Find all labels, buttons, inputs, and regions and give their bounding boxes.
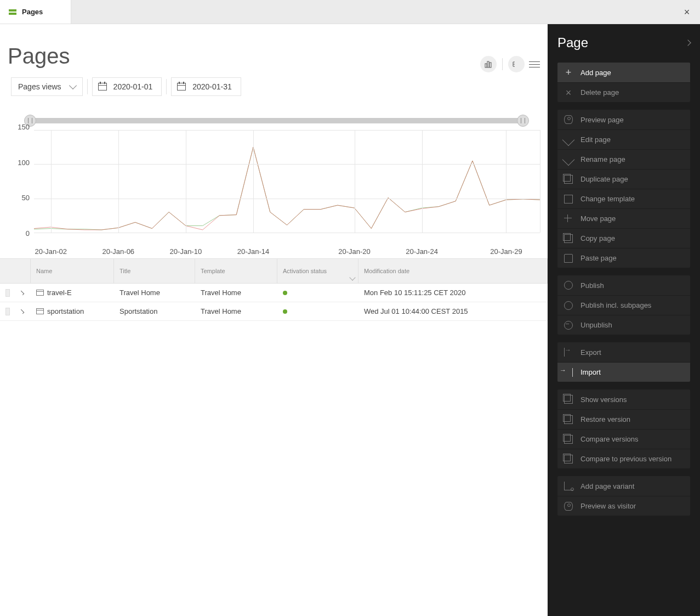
- action-move[interactable]: Move page: [557, 208, 690, 228]
- y-tick: 100: [18, 158, 30, 166]
- action-publishsub[interactable]: Publish incl. subpages: [557, 295, 690, 315]
- action-label: Compare to previous version: [581, 455, 671, 463]
- date-to-input[interactable]: 2020-01-31: [171, 77, 241, 96]
- import-icon: [564, 368, 573, 377]
- action-unpublish[interactable]: Unpublish: [557, 315, 690, 335]
- compareprev-icon: [564, 455, 573, 464]
- action-delete[interactable]: Delete page: [557, 82, 690, 102]
- divider: [502, 58, 503, 70]
- chevron-right-icon[interactable]: [685, 39, 691, 46]
- action-label: Duplicate page: [581, 175, 628, 183]
- x-tick: 20-Jan-02: [35, 247, 67, 256]
- header-template[interactable]: Template: [195, 259, 277, 283]
- edit-icon: [562, 133, 575, 146]
- preview-icon: [564, 115, 573, 124]
- range-slider[interactable]: [26, 115, 527, 126]
- duplicate-icon: [564, 175, 573, 184]
- x-tick: 20-Jan-20: [338, 247, 371, 256]
- calendar-icon: [98, 83, 107, 91]
- unpublish-icon: [564, 321, 573, 330]
- view-bar-chart-button[interactable]: [480, 56, 497, 72]
- hamburger-line-icon: [529, 61, 540, 62]
- view-list-button[interactable]: [529, 59, 540, 70]
- action-label: Move page: [581, 214, 616, 223]
- close-icon: ×: [684, 7, 690, 18]
- row-checkbox[interactable]: [5, 289, 10, 297]
- page-title: Pages: [0, 24, 548, 77]
- row-modification: Wed Jul 01 10:44:00 CEST 2015: [358, 307, 548, 315]
- x-tick: 20-Jan-24: [406, 247, 438, 256]
- action-label: Preview as visitor: [581, 502, 636, 510]
- action-label: Import: [581, 368, 601, 376]
- action-export[interactable]: Export: [557, 342, 690, 362]
- bar-chart-icon: [485, 60, 492, 68]
- action-publish[interactable]: Publish: [557, 275, 690, 295]
- action-paste[interactable]: Paste page: [557, 248, 690, 268]
- action-label: Preview page: [581, 116, 624, 124]
- expand-icon[interactable]: [19, 309, 24, 314]
- svg-rect-0: [485, 64, 487, 67]
- expand-icon[interactable]: [19, 290, 24, 295]
- publishsub-icon: [564, 301, 573, 310]
- action-label: Delete page: [581, 88, 619, 97]
- calendar-icon: [177, 83, 186, 91]
- action-restorever[interactable]: Restore version: [557, 409, 690, 429]
- header-title[interactable]: Title: [114, 259, 195, 283]
- action-label: Edit page: [581, 135, 611, 144]
- action-label: Add page variant: [581, 482, 634, 490]
- y-tick: 150: [18, 123, 30, 131]
- tab-pages[interactable]: Pages: [0, 0, 71, 24]
- action-add[interactable]: Add page: [557, 63, 690, 82]
- pages-table: Name Title Template Activation status Mo…: [0, 258, 548, 321]
- action-duplicate[interactable]: Duplicate page: [557, 169, 690, 189]
- date-from-value: 2020-01-01: [113, 82, 153, 91]
- status-dot-icon: [283, 309, 287, 314]
- tree-icon: [513, 60, 520, 68]
- view-tree-button[interactable]: [508, 56, 525, 72]
- y-tick: 50: [22, 194, 30, 202]
- chevron-down-icon: [69, 82, 77, 89]
- action-rename[interactable]: Rename page: [557, 149, 690, 169]
- action-label: Show versions: [581, 395, 627, 404]
- header-modification[interactable]: Modification date: [358, 259, 548, 283]
- svg-rect-1: [487, 61, 489, 67]
- action-label: Paste page: [581, 254, 617, 262]
- x-tick: 20-Jan-10: [170, 247, 202, 256]
- header-name[interactable]: Name: [31, 259, 114, 283]
- action-preview[interactable]: Preview page: [557, 110, 690, 129]
- previewvisitor-icon: [564, 502, 573, 511]
- svg-rect-2: [490, 63, 491, 67]
- header-activation[interactable]: Activation status: [277, 259, 358, 283]
- delete-icon: [564, 88, 573, 97]
- action-label: Export: [581, 348, 601, 357]
- action-import[interactable]: Import: [557, 362, 690, 382]
- action-changetpl[interactable]: Change template: [557, 189, 690, 208]
- row-title: Travel Home: [114, 289, 195, 297]
- chevron-down-icon: [349, 274, 355, 280]
- action-previewvisitor[interactable]: Preview as visitor: [557, 496, 690, 516]
- action-edit[interactable]: Edit page: [557, 129, 690, 149]
- close-button[interactable]: ×: [680, 5, 693, 19]
- chart-series-line: [34, 147, 540, 230]
- action-label: Unpublish: [581, 321, 612, 329]
- slider-track: [26, 118, 527, 123]
- pages-app-icon: [9, 9, 16, 15]
- action-showver[interactable]: Show versions: [557, 389, 690, 409]
- metric-select[interactable]: Pages views: [11, 77, 83, 96]
- export-icon: [564, 348, 573, 357]
- action-label: Change template: [581, 195, 635, 203]
- chart: 050100150 20-Jan-0220-Jan-0620-Jan-1020-…: [8, 127, 540, 251]
- row-checkbox[interactable]: [5, 308, 10, 315]
- table-row[interactable]: travel-ETravel HomeTravel HomeMon Feb 10…: [0, 284, 548, 302]
- action-comparever[interactable]: Compare versions: [557, 429, 690, 449]
- action-label: Copy page: [581, 234, 615, 242]
- action-variant[interactable]: Add page variant: [557, 476, 690, 496]
- date-from-input[interactable]: 2020-01-01: [92, 77, 162, 96]
- move-icon: [564, 214, 573, 223]
- sidepanel-title: Page: [557, 35, 588, 50]
- slider-handle-right[interactable]: [517, 115, 529, 127]
- action-compareprev[interactable]: Compare to previous version: [557, 449, 690, 468]
- action-copy[interactable]: Copy page: [557, 228, 690, 248]
- copy-icon: [564, 234, 573, 243]
- table-row[interactable]: sportstationSportstationTravel HomeWed J…: [0, 302, 548, 321]
